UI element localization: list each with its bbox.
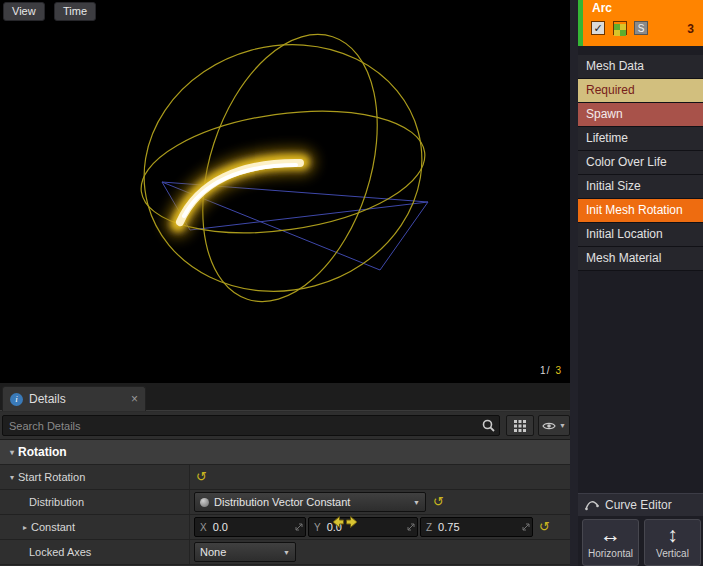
- row-distribution[interactable]: Distribution Distribution Vector Constan…: [0, 490, 570, 515]
- details-search-row: ▼: [0, 412, 570, 440]
- view-menu-button[interactable]: View: [3, 2, 45, 21]
- emitter-color-strip: [578, 0, 583, 46]
- lod-current: 1/: [540, 365, 550, 376]
- category-rotation[interactable]: ▾ Rotation: [0, 440, 570, 465]
- constant-x-field[interactable]: X 0.0: [194, 517, 306, 537]
- details-tab-label: Details: [29, 392, 125, 406]
- particle-preview-render: [0, 0, 570, 383]
- constant-z-field[interactable]: Z 0.75: [420, 517, 533, 537]
- horizontal-label: Horizontal: [588, 548, 633, 559]
- start-rotation-label: Start Rotation: [18, 471, 85, 483]
- details-panel: i Details ×: [0, 383, 570, 566]
- emitter-enabled-checkbox[interactable]: ✓: [591, 21, 605, 35]
- search-icon: [482, 419, 495, 432]
- z-value: 0.75: [438, 521, 459, 533]
- horizontal-arrows-icon: ↔: [600, 522, 621, 548]
- particle-crescent: [178, 162, 302, 224]
- view-options-button[interactable]: ▼: [538, 415, 570, 436]
- x-value: 0.0: [213, 521, 228, 533]
- constant-y-field[interactable]: Y 0.0: [308, 517, 418, 537]
- object-icon: [200, 498, 209, 507]
- reset-to-default-icon[interactable]: ↺: [196, 470, 207, 483]
- emitter-panel: Arc ✓ S 3 Mesh DataRequiredSpawnLifetime…: [578, 0, 703, 566]
- emitter-header[interactable]: Arc ✓ S 3: [578, 0, 703, 46]
- lod-counter: 1/3: [540, 365, 562, 376]
- render-mode-icon[interactable]: [613, 21, 627, 35]
- module-initial-location[interactable]: Initial Location: [578, 223, 703, 247]
- curve-icon: [585, 499, 599, 511]
- cascade-particle-editor: View Time 1/3 i Details ×: [0, 0, 703, 566]
- distribution-dropdown[interactable]: Distribution Vector Constant ▼: [194, 492, 426, 512]
- eye-icon: [542, 421, 556, 431]
- distribution-value: Distribution Vector Constant: [214, 496, 350, 508]
- reset-to-default-icon[interactable]: ↺: [539, 520, 550, 533]
- emitter-particle-count: 3: [687, 22, 694, 36]
- slider-drag-cursor: [332, 512, 358, 532]
- lod-total: 3: [555, 365, 562, 376]
- distribution-label: Distribution: [29, 496, 84, 508]
- module-init-mesh-rotation[interactable]: Init Mesh Rotation: [578, 199, 703, 223]
- module-list: Mesh DataRequiredSpawnLifetimeColor Over…: [578, 55, 703, 271]
- time-menu-button[interactable]: Time: [54, 2, 96, 21]
- fit-vertical-button[interactable]: ↕ Vertical: [644, 519, 701, 566]
- locked-axes-label: Locked Axes: [29, 546, 91, 558]
- module-initial-size[interactable]: Initial Size: [578, 175, 703, 199]
- expand-arrow-icon[interactable]: ▾: [6, 473, 18, 482]
- preview-viewport[interactable]: View Time 1/3: [0, 0, 570, 383]
- expand-arrow-icon[interactable]: ▾: [6, 448, 18, 457]
- chevron-down-icon: ▼: [277, 549, 290, 556]
- module-spawn[interactable]: Spawn: [578, 103, 703, 127]
- locked-axes-value: None: [200, 546, 226, 558]
- fit-horizontal-button[interactable]: ↔ Horizontal: [582, 519, 639, 566]
- tab-details[interactable]: i Details ×: [2, 386, 146, 411]
- row-start-rotation[interactable]: ▾ Start Rotation ↺: [0, 465, 570, 490]
- emitter-name: Arc: [592, 1, 612, 15]
- curve-editor-header[interactable]: Curve Editor: [578, 493, 703, 516]
- expand-diagonal-icon[interactable]: [407, 523, 415, 531]
- module-required[interactable]: Required: [578, 79, 703, 103]
- search-input[interactable]: [2, 415, 500, 436]
- category-label: Rotation: [18, 445, 67, 459]
- grid-icon: [514, 420, 526, 432]
- module-color-over-life[interactable]: Color Over Life: [578, 151, 703, 175]
- solo-button[interactable]: S: [634, 21, 648, 35]
- expand-diagonal-icon[interactable]: [522, 523, 530, 531]
- module-lifetime[interactable]: Lifetime: [578, 127, 703, 151]
- module-mesh-material[interactable]: Mesh Material: [578, 247, 703, 271]
- chevron-down-icon: ▼: [407, 499, 420, 506]
- row-constant[interactable]: ▸ Constant X 0.0 Y 0.0: [0, 515, 570, 540]
- details-info-icon: i: [10, 393, 23, 406]
- collapsed-arrow-icon[interactable]: ▸: [19, 523, 31, 532]
- curve-editor-title: Curve Editor: [605, 498, 672, 512]
- curve-editor-toolbar: ↔ Horizontal ↕ Vertical: [582, 519, 701, 566]
- property-matrix-button[interactable]: [506, 415, 534, 436]
- row-locked-axes[interactable]: Locked Axes None ▼: [0, 540, 570, 565]
- panel-splitter[interactable]: [570, 0, 578, 566]
- module-mesh-data[interactable]: Mesh Data: [578, 55, 703, 79]
- chevron-down-icon: ▼: [559, 422, 566, 429]
- details-tabwell: i Details ×: [0, 383, 570, 411]
- vertical-arrows-icon: ↕: [667, 522, 678, 548]
- y-axis-label: Y: [314, 522, 321, 533]
- z-axis-label: Z: [426, 522, 432, 533]
- constant-label: Constant: [31, 521, 75, 533]
- locked-axes-dropdown[interactable]: None ▼: [194, 542, 296, 562]
- expand-diagonal-icon[interactable]: [295, 523, 303, 531]
- reset-to-default-icon[interactable]: ↺: [433, 495, 444, 508]
- x-axis-label: X: [200, 522, 207, 533]
- details-property-rows: ▾ Rotation ▾ Start Rotation ↺ Distributi…: [0, 440, 570, 565]
- tab-close-icon[interactable]: ×: [131, 392, 138, 406]
- vertical-label: Vertical: [656, 548, 689, 559]
